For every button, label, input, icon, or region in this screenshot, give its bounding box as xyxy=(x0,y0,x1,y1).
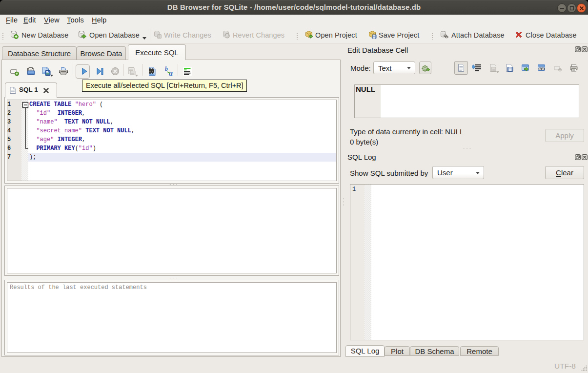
svg-text:b: b xyxy=(165,66,168,72)
